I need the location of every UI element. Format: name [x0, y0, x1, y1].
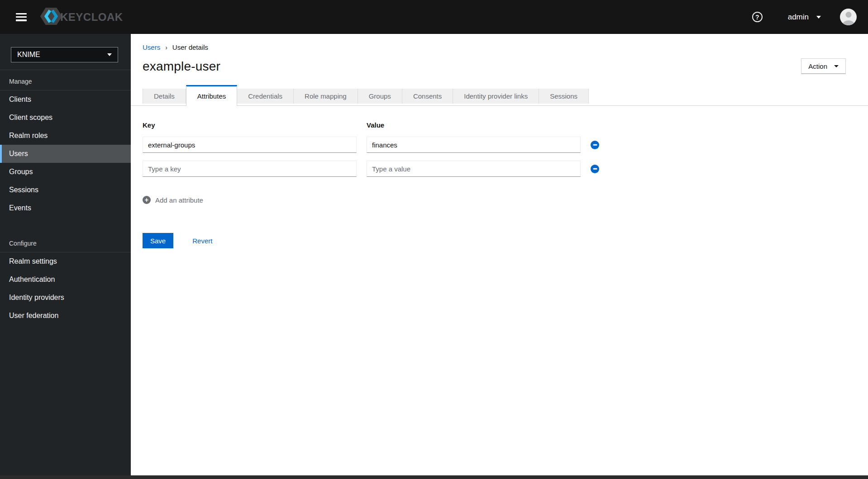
realm-selector-section: KNIME — [0, 34, 131, 70]
avatar-person-icon — [845, 12, 851, 18]
tab-groups[interactable]: Groups — [358, 89, 402, 104]
caret-down-icon — [816, 16, 821, 19]
sidebar-item-client-scopes[interactable]: Client scopes — [0, 109, 131, 127]
breadcrumb: Users User details — [143, 43, 846, 51]
hamburger-menu-icon[interactable] — [16, 13, 27, 21]
nav-section-title-configure: Configure — [0, 232, 131, 252]
add-attribute-label: Add an attribute — [155, 196, 203, 204]
remove-attribute-button-0[interactable] — [591, 141, 599, 149]
save-button[interactable]: Save — [143, 233, 173, 248]
tab-role-mapping[interactable]: Role mapping — [294, 89, 358, 104]
breadcrumb-current: User details — [172, 43, 208, 51]
tab-attributes[interactable]: Attributes — [186, 85, 237, 106]
sidebar-item-events[interactable]: Events — [0, 199, 131, 217]
sidebar-item-user-federation[interactable]: User federation — [0, 307, 131, 325]
realm-selector[interactable]: KNIME — [11, 47, 118, 62]
remove-attribute-button-1[interactable] — [591, 165, 599, 173]
caret-down-icon — [107, 53, 112, 56]
action-label: Action — [808, 62, 827, 70]
keycloak-logo-icon — [39, 6, 63, 28]
tab-sessions[interactable]: Sessions — [539, 89, 589, 104]
nav-section-title-manage: Manage — [0, 70, 131, 90]
caret-down-icon — [834, 65, 839, 67]
action-dropdown-button[interactable]: Action — [801, 58, 846, 74]
key-column-header: Key — [143, 121, 357, 129]
user-dropdown[interactable]: admin — [788, 13, 821, 22]
sidebar-item-groups[interactable]: Groups — [0, 163, 131, 181]
tab-details[interactable]: Details — [143, 89, 186, 104]
page-title: example-user — [143, 59, 220, 74]
attributes-grid: Key Value — [143, 121, 846, 177]
topbar-right: admin — [752, 9, 857, 25]
sidebar-item-users[interactable]: Users — [0, 145, 131, 163]
plus-circle-icon — [143, 196, 151, 204]
realm-name: KNIME — [17, 51, 40, 59]
tab-identity-provider-links[interactable]: Identity provider links — [453, 89, 539, 104]
attributes-form: Key Value Add an attribute Save Revert — [143, 121, 846, 248]
revert-link[interactable]: Revert — [192, 237, 212, 245]
form-actions: Save Revert — [143, 233, 846, 248]
attribute-key-input-1[interactable] — [143, 161, 357, 177]
attribute-value-input-0[interactable] — [367, 137, 581, 153]
sidebar-item-realm-settings[interactable]: Realm settings — [0, 252, 131, 270]
avatar[interactable] — [840, 9, 857, 25]
keycloak-logo: KEYCLOAK — [39, 6, 123, 28]
tabs-strip: DetailsAttributesCredentialsRole mapping… — [131, 85, 868, 106]
sidebar-item-sessions[interactable]: Sessions — [0, 181, 131, 199]
tab-consents[interactable]: Consents — [402, 89, 453, 104]
nav-section-configure: ConfigureRealm settingsAuthenticationIde… — [0, 232, 131, 325]
help-icon[interactable] — [752, 12, 763, 22]
chevron-right-icon — [165, 44, 167, 51]
add-attribute-button[interactable]: Add an attribute — [143, 196, 846, 204]
main-content: Users User details example-user Action D… — [131, 34, 868, 475]
sidebar: KNIME ManageClientsClient scopesRealm ro… — [0, 34, 131, 475]
attribute-value-input-1[interactable] — [367, 161, 581, 177]
sidebar-item-clients[interactable]: Clients — [0, 90, 131, 109]
page-header: example-user Action — [143, 58, 846, 74]
sidebar-item-identity-providers[interactable]: Identity providers — [0, 289, 131, 307]
bottom-strip — [0, 475, 868, 479]
tab-credentials[interactable]: Credentials — [237, 89, 294, 104]
sidebar-item-realm-roles[interactable]: Realm roles — [0, 127, 131, 145]
breadcrumb-link-users[interactable]: Users — [143, 43, 160, 51]
topbar: KEYCLOAK admin — [0, 0, 868, 34]
nav-section-manage: ManageClientsClient scopesRealm rolesUse… — [0, 70, 131, 217]
value-column-header: Value — [367, 121, 581, 129]
username-label: admin — [788, 13, 809, 22]
sidebar-item-authentication[interactable]: Authentication — [0, 270, 131, 289]
brand-text: KEYCLOAK — [60, 11, 123, 24]
sidebar-nav: ManageClientsClient scopesRealm rolesUse… — [0, 70, 131, 325]
attribute-key-input-0[interactable] — [143, 137, 357, 153]
